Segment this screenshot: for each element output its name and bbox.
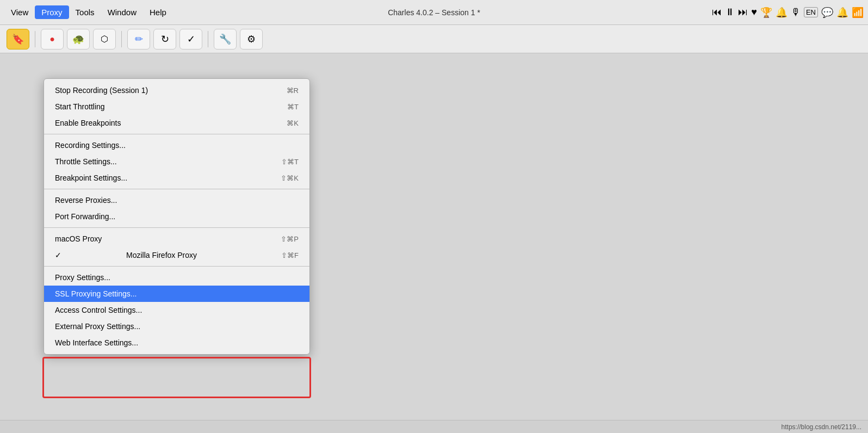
breakpoint-button[interactable]: ⬡ [93,29,116,50]
validate-button[interactable]: ✓ [179,29,202,50]
menu-item-recording-settings[interactable]: Recording Settings... [44,137,309,153]
external-proxy-settings-label: External Proxy Settings... [55,322,140,331]
menu-item-macos-proxy[interactable]: macOS Proxy ⇧⌘P [44,231,309,247]
menu-item-web-interface-settings[interactable]: Web Interface Settings... [44,335,309,351]
media-next-icon[interactable]: ⏭ [738,7,748,18]
separator-2 [121,31,122,47]
separator-d [44,266,309,267]
refresh-button[interactable]: ↻ [153,29,176,50]
proxy-dropdown-menu: Stop Recording (Session 1) ⌘R Start Thro… [44,78,310,355]
port-forwarding-label: Port Forwarding... [55,212,115,221]
mozilla-check-mark: ✓ [55,251,61,259]
menu-item-start-throttling[interactable]: Start Throttling ⌘T [44,98,309,115]
breakpoint-settings-shortcut: ⇧⌘K [281,174,299,182]
trophy-icon: 🏆 [760,7,772,18]
stop-recording-label: Stop Recording (Session 1) [55,86,148,95]
menu-proxy[interactable]: Proxy [35,5,69,19]
menu-window[interactable]: Window [101,5,143,19]
start-throttling-label: Start Throttling [55,102,105,111]
recording-settings-label: Recording Settings... [55,141,126,150]
notification-icon: 🔔 [836,7,848,18]
bookmark-button[interactable]: 🔖 [7,29,29,50]
menu-item-enable-breakpoints[interactable]: Enable Breakpoints ⌘K [44,115,309,131]
separator-3 [208,31,208,47]
throttle-settings-label: Throttle Settings... [55,157,117,166]
macos-proxy-label: macOS Proxy [55,234,102,243]
breakpoint-settings-label: Breakpoint Settings... [55,174,127,182]
separator-a [44,134,309,134]
mozilla-firefox-proxy-shortcut: ⇧⌘F [281,251,299,259]
menu-item-external-proxy-settings[interactable]: External Proxy Settings... [44,318,309,335]
main-content: Stop Recording (Session 1) ⌘R Start Thro… [0,53,868,433]
menu-item-throttle-settings[interactable]: Throttle Settings... ⇧⌘T [44,153,309,170]
media-prev-icon[interactable]: ⏮ [712,7,722,18]
wifi-icon: 📶 [852,7,864,18]
menu-bar: View Proxy Tools Window Help Charles 4.0… [0,0,868,25]
menu-help[interactable]: Help [143,5,173,19]
proxy-settings-label: Proxy Settings... [55,273,110,282]
reverse-proxies-label: Reverse Proxies... [55,196,117,205]
ssl-proxying-settings-label: SSL Proxying Settings... [55,289,137,298]
wechat-icon: 💬 [821,7,833,18]
enable-breakpoints-label: Enable Breakpoints [55,119,121,127]
menu-right-icons: ⏮ ⏸ ⏭ ♥ 🏆 🔔 🎙 EN 💬 🔔 📶 [712,7,864,18]
heart-icon: ♥ [751,7,757,18]
menu-item-mozilla-firefox-proxy[interactable]: ✓ Mozilla Firefox Proxy ⇧⌘F [44,247,309,263]
menu-view[interactable]: View [4,5,35,19]
menu-item-proxy-settings[interactable]: Proxy Settings... [44,269,309,286]
app-title: Charles 4.0.2 – Session 1 * [388,8,480,17]
app-window: View Proxy Tools Window Help Charles 4.0… [0,0,868,433]
throttle-settings-shortcut: ⇧⌘T [281,158,299,166]
record-button[interactable]: ● [41,29,64,50]
separator-c [44,227,309,228]
settings-button[interactable]: ⚙ [240,29,263,50]
toolbar: 🔖 ● 🐢 ⬡ ✏ ↻ ✓ 🔧 ⚙ [0,25,868,53]
throttle-button[interactable]: 🐢 [67,29,90,50]
mozilla-firefox-proxy-label: Mozilla Firefox Proxy [126,251,197,259]
web-interface-settings-label: Web Interface Settings... [55,338,138,347]
compose-button[interactable]: ✏ [127,29,150,50]
menu-item-stop-recording[interactable]: Stop Recording (Session 1) ⌘R [44,82,309,98]
stop-recording-shortcut: ⌘R [287,86,299,95]
menu-item-port-forwarding[interactable]: Port Forwarding... [44,208,309,225]
menu-tools[interactable]: Tools [69,5,101,19]
separator-1 [35,31,35,47]
enable-breakpoints-shortcut: ⌘K [287,119,299,127]
highlight-box [42,357,311,398]
media-pause-icon[interactable]: ⏸ [725,7,735,18]
bell-icon: 🔔 [776,7,788,18]
menu-item-ssl-proxying-settings[interactable]: SSL Proxying Settings... [44,286,309,302]
access-control-settings-label: Access Control Settings... [55,306,142,314]
separator-b [44,189,309,189]
status-bar: https://blog.csdn.net/2119... [0,420,868,433]
start-throttling-shortcut: ⌘T [287,103,299,111]
status-url: https://blog.csdn.net/2119... [782,423,861,431]
macos-proxy-shortcut: ⇧⌘P [281,235,299,243]
tools-button[interactable]: 🔧 [214,29,237,50]
mic-icon: 🎙 [791,7,801,18]
menu-item-breakpoint-settings[interactable]: Breakpoint Settings... ⇧⌘K [44,170,309,186]
menu-item-access-control-settings[interactable]: Access Control Settings... [44,302,309,318]
menu-item-reverse-proxies[interactable]: Reverse Proxies... [44,192,309,208]
language-indicator: EN [804,7,818,17]
